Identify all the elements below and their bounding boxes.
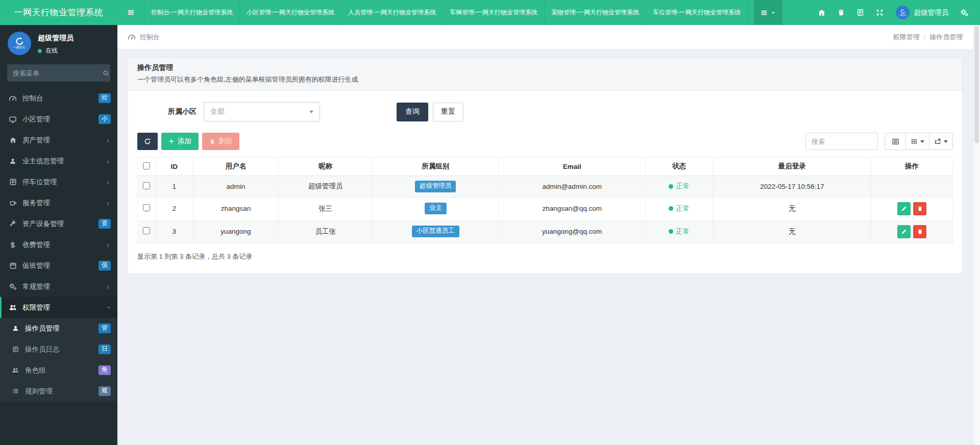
edit-button[interactable]: [897, 202, 911, 215]
tab-community[interactable]: 小区管理-一网天行物业管理系统: [239, 0, 341, 25]
detail-view-button[interactable]: [885, 133, 906, 150]
status-dot-icon: [669, 206, 673, 211]
col-last-login: 最后登录: [713, 157, 871, 176]
sidebar-item-general[interactable]: 常规管理 ‹: [0, 276, 117, 297]
refresh-button[interactable]: [137, 133, 158, 150]
caret-down-icon: [920, 140, 924, 143]
tab-vehicle[interactable]: 车辆管理-一网天行物业管理系统: [443, 0, 544, 25]
add-button[interactable]: 添加: [161, 133, 199, 150]
status-badge: 正常: [669, 227, 690, 236]
permissions-submenu: 操作员管理 管 操作员日志 日 角色组 角 规则管理 规: [0, 318, 117, 402]
avatar: 一网天行: [8, 32, 31, 55]
table-search-box[interactable]: [805, 133, 878, 150]
menu-badge: 日: [99, 344, 111, 354]
community-select[interactable]: 全部: [204, 102, 320, 121]
col-username: 用户名: [193, 157, 279, 176]
online-status: 在线: [38, 46, 74, 55]
breadcrumb-current: 操作员管理: [929, 33, 963, 42]
menu-badge: 小: [99, 114, 111, 124]
trash-icon: [209, 138, 215, 145]
search-icon: [103, 70, 109, 77]
col-status: 状态: [645, 157, 713, 176]
chevron-down-icon: ‹: [104, 306, 112, 309]
sidebar-item-parking-space[interactable]: 停车位管理 ‹: [0, 171, 117, 192]
tab-personnel[interactable]: 人员管理-一网天行物业管理系统: [341, 0, 443, 25]
dashboard-icon: [128, 33, 136, 41]
detail-view-icon: [892, 138, 899, 145]
tab-parking[interactable]: 车位管理-一网天行物业管理系统: [646, 0, 748, 25]
sidebar-toggle-button[interactable]: [117, 0, 144, 25]
refresh-icon: [144, 138, 151, 145]
filter-row: 所属小区 全部 查询 重置: [137, 102, 953, 121]
sidebar-item-billing[interactable]: $ 收费管理 ‹: [0, 234, 117, 255]
parking-icon: [8, 178, 17, 186]
reset-button[interactable]: 重置: [433, 103, 463, 121]
sidebar-item-duty[interactable]: 值班管理 值: [0, 255, 117, 276]
scrollbar-thumb[interactable]: [974, 26, 979, 143]
table-toolbar: 添加 删除: [137, 133, 953, 150]
trash-icon: [917, 229, 923, 235]
menu-search-box[interactable]: [7, 64, 110, 82]
user-menu[interactable]: 一网天行 超级管理员: [890, 0, 955, 25]
table-search-input[interactable]: [812, 138, 872, 145]
status-dot-icon: [669, 229, 673, 234]
row-checkbox[interactable]: [143, 182, 150, 189]
main-area: 控制台 权限管理 / 操作员管理 操作员管理 一个管理员可以有多个角色组,左侧的…: [117, 25, 980, 445]
delete-row-button[interactable]: [913, 202, 926, 215]
select-all-checkbox[interactable]: [143, 162, 150, 169]
status-badge: 正常: [669, 204, 690, 213]
menu-badge: 资: [99, 219, 111, 229]
col-nickname: 昵称: [279, 157, 373, 176]
menu-search-input[interactable]: [13, 69, 103, 77]
home-icon: [818, 9, 826, 17]
breadcrumb-parent[interactable]: 权限管理: [893, 33, 919, 42]
group-badge: 超级管理员: [415, 181, 456, 192]
columns-button[interactable]: [905, 133, 929, 150]
chevron-left-icon: ‹: [107, 241, 109, 249]
fullscreen-button[interactable]: [870, 0, 890, 25]
menu-badge: 规: [99, 386, 111, 396]
sidebar-item-assets[interactable]: 资产设备管理 资: [0, 213, 117, 234]
sidebar-item-operator-logs[interactable]: 操作员日志 日: [0, 339, 117, 360]
row-checkbox[interactable]: [143, 227, 150, 234]
edit-button[interactable]: [897, 225, 911, 238]
tab-pet[interactable]: 宠物管理-一网天行物业管理系统: [544, 0, 646, 25]
sidebar-item-rules[interactable]: 规则管理 规: [0, 381, 117, 402]
pencil-icon: [901, 206, 907, 212]
pencil-icon: [901, 229, 907, 235]
record-summary: 显示第 1 到第 3 条记录，总共 3 条记录: [137, 252, 953, 263]
plus-icon: [168, 138, 175, 144]
tab-list-dropdown[interactable]: [754, 0, 782, 25]
dashboard-icon: [8, 94, 17, 103]
clear-cache-button[interactable]: [851, 0, 870, 25]
menu-badge: 管: [99, 324, 111, 333]
row-checkbox[interactable]: [143, 204, 150, 211]
home-icon: [8, 136, 17, 144]
sidebar-item-property[interactable]: 房产管理 ‹: [0, 130, 117, 151]
chevron-left-icon: ‹: [107, 283, 109, 290]
sidebar-item-service[interactable]: 服务管理 ‹: [0, 192, 117, 213]
page-scrollbar[interactable]: [973, 25, 980, 445]
table-view-group: [885, 133, 953, 150]
export-button[interactable]: [929, 133, 953, 150]
wrench-icon: [8, 220, 17, 228]
group-badge: 小区普通员工: [412, 226, 459, 237]
app-brand: 一网天行物业管理系统: [0, 0, 117, 25]
export-icon: [934, 138, 941, 145]
sidebar-item-permissions[interactable]: 权限管理 ‹: [0, 297, 117, 318]
sidebar-item-community[interactable]: 小区管理 小: [0, 109, 117, 130]
breadcrumb: 控制台 权限管理 / 操作员管理: [117, 25, 980, 49]
sidebar-item-operators[interactable]: 操作员管理 管: [0, 318, 117, 339]
home-button[interactable]: [812, 0, 831, 25]
caret-down-icon: [944, 140, 948, 143]
coffee-icon: [8, 199, 17, 207]
tab-console[interactable]: 控制台-一网天行物业管理系统: [144, 0, 239, 25]
sidebar-item-role-groups[interactable]: 角色组 角: [0, 360, 117, 381]
sidebar-item-owner-info[interactable]: 业主信息管理 ‹: [0, 151, 117, 171]
settings-button[interactable]: [954, 0, 974, 25]
query-button[interactable]: 查询: [397, 103, 428, 121]
delete-row-button[interactable]: [913, 225, 926, 238]
clear-trash-button[interactable]: [831, 0, 851, 25]
sidebar-item-console[interactable]: 控制台 控: [0, 88, 117, 109]
delete-button[interactable]: 删除: [202, 133, 239, 150]
